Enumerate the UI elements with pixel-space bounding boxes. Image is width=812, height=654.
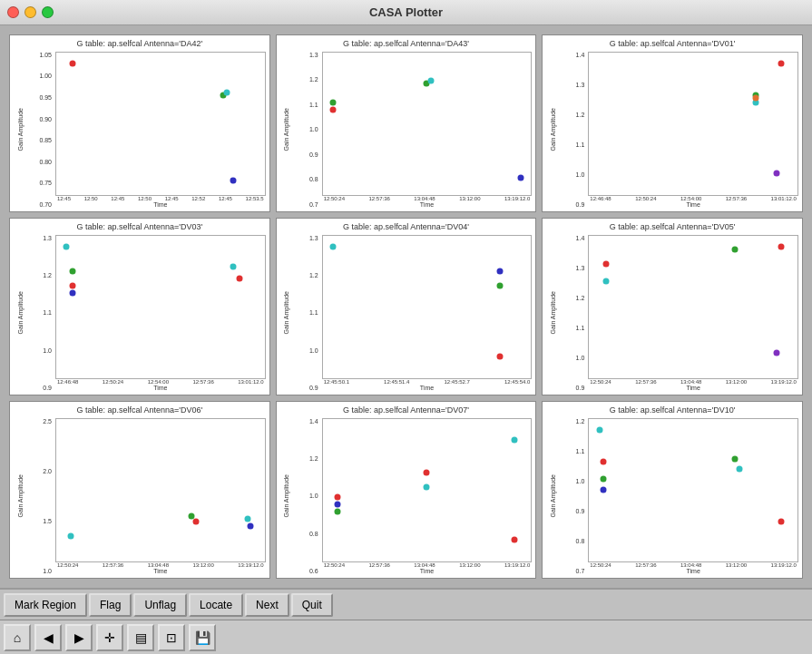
plot-DA43: G table: ap.selfcal Antenna='DA43'Gain A… (276, 34, 537, 212)
y-axis-label: Gain Amplitude (546, 52, 559, 208)
data-dot (247, 522, 253, 529)
plot-title: G table: ap.selfcal Antenna='DV04' (280, 222, 533, 233)
plots-grid: G table: ap.selfcal Antenna='DA42'Gain A… (9, 34, 803, 579)
x-axis-label: Time (55, 201, 266, 208)
data-dot (778, 518, 784, 524)
plot-DA42: G table: ap.selfcal Antenna='DA42'Gain A… (9, 34, 270, 212)
maximize-button[interactable] (42, 6, 54, 18)
minimize-button[interactable] (24, 6, 36, 18)
flag-button[interactable]: Flag (89, 593, 132, 617)
export-icon-btn[interactable]: 💾 (189, 624, 216, 651)
quit-button[interactable]: Quit (291, 593, 333, 617)
data-dot (778, 61, 784, 67)
page-icon-btn[interactable]: ▤ (127, 624, 154, 651)
data-dot (511, 437, 517, 444)
data-dot (330, 99, 337, 105)
y-axis-label: Gain Amplitude (546, 235, 559, 391)
title-bar: CASA Plotter (0, 0, 812, 25)
data-dot (230, 178, 237, 184)
data-dot (330, 244, 337, 250)
forward-icon-btn[interactable]: ▶ (65, 624, 93, 651)
chart-canvas[interactable] (55, 418, 266, 562)
save-icon-btn[interactable]: ⊡ (158, 624, 185, 651)
y-axis-wrapper: Gain Amplitude1.31.21.11.00.912:45:50.11… (280, 235, 533, 391)
data-dot (424, 484, 430, 491)
data-dot (334, 494, 340, 501)
data-dot (596, 427, 602, 434)
x-axis-label: Time (322, 201, 533, 208)
data-dot (64, 244, 70, 250)
crosshair-icon-btn[interactable]: ✛ (96, 624, 123, 651)
chart-canvas[interactable] (55, 235, 266, 379)
x-axis-label: Time (322, 568, 533, 574)
data-dot (736, 465, 742, 472)
x-axis-label: Time (322, 385, 533, 391)
chart-canvas[interactable] (588, 52, 798, 196)
y-axis-label: Gain Amplitude (14, 418, 26, 574)
chart-canvas[interactable] (322, 418, 533, 562)
data-dot (245, 515, 251, 522)
y-axis-wrapper: Gain Amplitude1.21.11.00.90.80.712:50:24… (546, 418, 798, 574)
y-ticks: 1.31.21.11.00.9 (28, 235, 54, 391)
window-title: CASA Plotter (369, 5, 443, 19)
y-ticks: 1.41.21.00.80.6 (295, 418, 320, 574)
data-dot (601, 487, 607, 493)
y-axis-wrapper: Gain Amplitude1.41.31.21.11.00.912:50:24… (546, 235, 798, 391)
data-dot (496, 354, 503, 360)
x-axis-label: Time (588, 385, 798, 391)
next-button[interactable]: Next (245, 593, 289, 617)
chart-canvas[interactable] (588, 418, 798, 562)
back-icon-btn[interactable]: ◀ (34, 624, 62, 651)
y-ticks: 2.52.01.51.0 (28, 418, 54, 574)
bottom-toolbar: Mark RegionFlagUnflagLocateNextQuit (0, 588, 812, 620)
data-dot (732, 455, 739, 462)
x-axis-label: Time (588, 568, 798, 574)
data-dot (237, 275, 243, 281)
plot-DV03: G table: ap.selfcal Antenna='DV03'Gain A… (9, 218, 270, 395)
y-axis-wrapper: Gain Amplitude1.31.21.11.00.912:46:4812:… (14, 235, 266, 391)
plot-DV06: G table: ap.selfcal Antenna='DV06'Gain A… (9, 401, 270, 579)
y-axis-wrapper: Gain Amplitude1.051.000.950.900.850.800.… (14, 52, 266, 208)
y-ticks: 1.41.31.21.11.00.9 (561, 52, 586, 208)
chart-canvas[interactable] (322, 52, 533, 196)
y-axis-label: Gain Amplitude (546, 418, 559, 574)
data-dot (753, 95, 759, 102)
close-button[interactable] (7, 6, 19, 18)
data-dot (602, 261, 609, 268)
mark-region-button[interactable]: Mark Region (4, 593, 87, 617)
data-dot (496, 282, 503, 288)
data-dot (330, 106, 337, 112)
chart-canvas[interactable] (588, 235, 798, 379)
y-ticks: 1.41.31.21.11.00.9 (561, 235, 586, 391)
locate-button[interactable]: Locate (189, 593, 243, 617)
main-content: G table: ap.selfcal Antenna='DA42'Gain A… (0, 25, 812, 588)
plot-title: G table: ap.selfcal Antenna='DV10' (546, 405, 798, 416)
plot-DV07: G table: ap.selfcal Antenna='DV07'Gain A… (276, 401, 537, 579)
data-dot (192, 518, 199, 524)
data-dot (224, 89, 230, 95)
home-icon-btn[interactable]: ⌂ (4, 624, 31, 651)
unflag-button[interactable]: Unflag (133, 593, 187, 617)
data-dot (774, 349, 780, 356)
chart-canvas[interactable] (322, 235, 533, 379)
x-axis-label: Time (55, 385, 266, 391)
data-dot (70, 268, 76, 275)
data-dot (601, 475, 607, 482)
y-axis-label: Gain Amplitude (14, 52, 26, 208)
data-dot (517, 175, 523, 181)
y-axis-label: Gain Amplitude (280, 52, 293, 208)
data-dot (70, 61, 76, 67)
plot-title: G table: ap.selfcal Antenna='DA42' (14, 39, 266, 50)
plot-DV10: G table: ap.selfcal Antenna='DV10'Gain A… (542, 401, 803, 579)
y-ticks: 1.051.000.950.900.850.800.750.70 (28, 52, 54, 208)
y-axis-wrapper: Gain Amplitude1.41.31.21.11.00.912:46:48… (546, 52, 798, 208)
plot-title: G table: ap.selfcal Antenna='DA43' (280, 39, 533, 50)
data-dot (68, 532, 74, 539)
plot-title: G table: ap.selfcal Antenna='DV03' (14, 222, 266, 233)
plot-title: G table: ap.selfcal Antenna='DV06' (14, 405, 266, 416)
chart-canvas[interactable] (55, 52, 266, 196)
y-ticks: 1.31.21.11.00.9 (295, 235, 320, 391)
y-axis-wrapper: Gain Amplitude2.52.01.51.012:50:2412:57:… (14, 418, 266, 574)
data-dot (496, 268, 503, 275)
data-dot (732, 247, 739, 253)
